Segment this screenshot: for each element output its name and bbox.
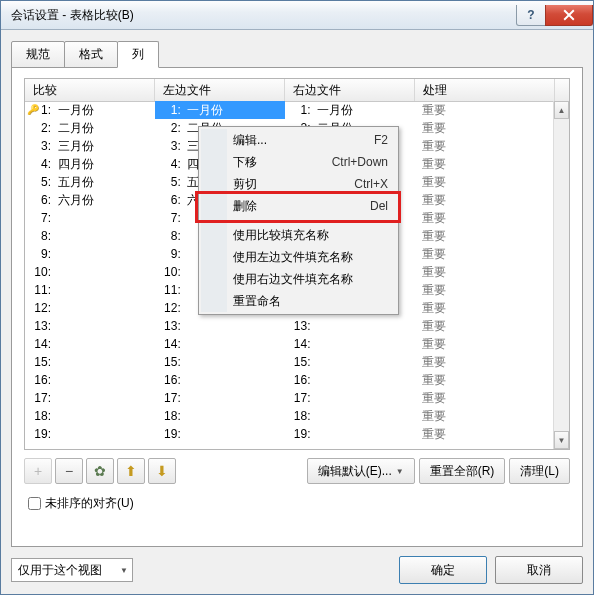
tab-strip: 规范 格式 列 [11, 41, 583, 67]
titlebar: 会话设置 - 表格比较(B) ? [1, 1, 593, 30]
tab-columns[interactable]: 列 [117, 41, 159, 68]
window-title: 会话设置 - 表格比较(B) [11, 7, 517, 24]
chevron-down-icon: ▼ [120, 566, 128, 575]
cancel-button[interactable]: 取消 [495, 556, 583, 584]
gear-icon: ✿ [94, 463, 106, 479]
ctx-fill-left[interactable]: 使用左边文件填充名称 [201, 246, 396, 268]
edit-default-button[interactable]: 编辑默认(E)...▼ [307, 458, 415, 484]
table-row[interactable]: 18:18:18:重要 [25, 407, 554, 425]
settings-button[interactable]: ✿ [86, 458, 114, 484]
scroll-up-icon[interactable]: ▲ [554, 101, 569, 119]
arrow-down-icon: ⬇ [156, 463, 168, 479]
table-row[interactable]: 19:19:19:重要 [25, 425, 554, 443]
close-button[interactable] [545, 5, 593, 26]
arrow-up-icon: ⬆ [125, 463, 137, 479]
table-row[interactable]: 🔑1: 一月份1: 一月份1: 一月份重要 [25, 101, 554, 119]
table-row[interactable]: 14:14:14:重要 [25, 335, 554, 353]
table-row[interactable]: 13:13:13:重要 [25, 317, 554, 335]
grid-scrollbar[interactable]: ▲ ▼ [553, 101, 569, 449]
ctx-fill-compare[interactable]: 使用比较填充名称 [201, 224, 396, 246]
scope-value: 仅用于这个视图 [18, 562, 102, 579]
close-icon [563, 9, 575, 21]
tab-format[interactable]: 格式 [64, 41, 118, 68]
unsorted-align-checkbox[interactable] [28, 497, 41, 510]
move-down-button[interactable]: ⬇ [148, 458, 176, 484]
col-left[interactable]: 左边文件 [155, 79, 285, 101]
grid-toolbar: + − ✿ ⬆ ⬇ 编辑默认(E)...▼ 重置全部(R) 清理(L) [24, 458, 570, 484]
scroll-down-icon[interactable]: ▼ [554, 431, 569, 449]
ctx-cut[interactable]: 剪切Ctrl+X [201, 173, 396, 195]
tab-spec[interactable]: 规范 [11, 41, 65, 68]
unsorted-align-label: 未排序的对齐(U) [45, 495, 134, 512]
remove-button[interactable]: − [55, 458, 83, 484]
table-row[interactable]: 17:17:17:重要 [25, 389, 554, 407]
key-icon: 🔑 [27, 101, 39, 119]
reset-all-button[interactable]: 重置全部(R) [419, 458, 506, 484]
ok-button[interactable]: 确定 [399, 556, 487, 584]
ctx-reset-name[interactable]: 重置命名 [201, 290, 396, 312]
clear-button[interactable]: 清理(L) [509, 458, 570, 484]
move-up-button[interactable]: ⬆ [117, 458, 145, 484]
ctx-move-down[interactable]: 下移Ctrl+Down [201, 151, 396, 173]
chevron-down-icon: ▼ [396, 467, 404, 476]
ctx-edit[interactable]: 编辑...F2 [201, 129, 396, 151]
table-row[interactable]: 15:15:15:重要 [25, 353, 554, 371]
ctx-delete[interactable]: 删除Del [201, 195, 396, 217]
context-menu: 编辑...F2 下移Ctrl+Down 剪切Ctrl+X 删除Del 使用比较填… [198, 126, 399, 315]
grid-header: 比较 左边文件 右边文件 处理 [25, 79, 569, 102]
col-compare[interactable]: 比较 [25, 79, 155, 101]
col-right[interactable]: 右边文件 [285, 79, 415, 101]
col-handling[interactable]: 处理 [415, 79, 555, 101]
ctx-fill-right[interactable]: 使用右边文件填充名称 [201, 268, 396, 290]
table-row[interactable]: 16:16:16:重要 [25, 371, 554, 389]
scope-combo[interactable]: 仅用于这个视图 ▼ [11, 558, 133, 582]
add-button[interactable]: + [24, 458, 52, 484]
help-button[interactable]: ? [516, 5, 546, 26]
